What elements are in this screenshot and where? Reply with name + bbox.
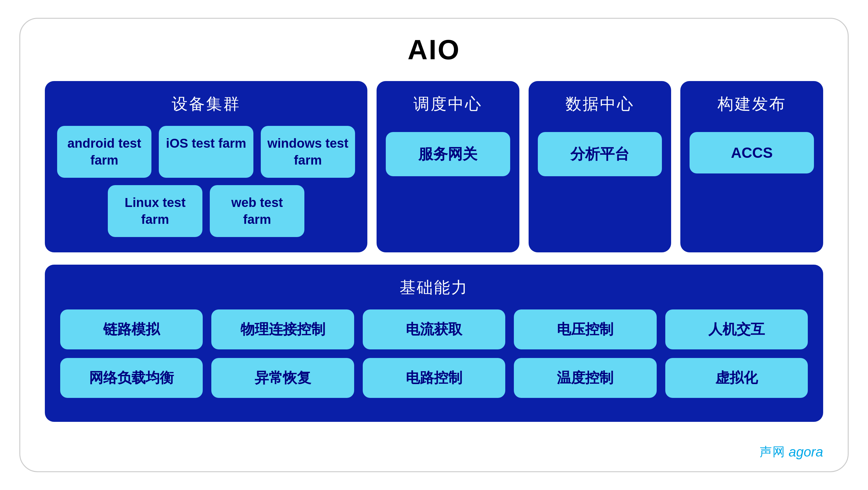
cap-2: 物理连接控制 [211, 309, 354, 349]
page-title: AIO [408, 34, 460, 66]
build-label: 构建发布 [717, 93, 786, 115]
farm-linux: Linux test farm [108, 185, 203, 237]
main-container: AIO 设备集群 android test farm iOS test farm… [19, 18, 849, 472]
schedule-label: 调度中心 [413, 93, 482, 115]
cap-7: 异常恢复 [211, 358, 354, 398]
farm-android: android test farm [57, 126, 151, 178]
datacenter-box: 数据中心 分析平台 [529, 81, 672, 252]
cap-3: 电流获取 [363, 309, 505, 349]
agora-name: agora [788, 444, 823, 460]
schedule-box: 调度中心 服务网关 [377, 81, 519, 252]
capability-row1: 链路模拟 物理连接控制 电流获取 电压控制 人机交互 [60, 309, 808, 349]
datacenter-label: 数据中心 [565, 93, 634, 115]
jichuneng-box: 基础能力 链路模拟 物理连接控制 电流获取 电压控制 人机交互 网络负载均衡 异… [45, 265, 823, 422]
cap-5: 人机交互 [665, 309, 808, 349]
right-boxes: 调度中心 服务网关 数据中心 分析平台 构建发布 ACCS [377, 81, 823, 252]
farm-web: web test farm [210, 185, 304, 237]
cap-6: 网络负载均衡 [60, 358, 203, 398]
farm-ios: iOS test farm [159, 126, 253, 178]
logo-area: 声网 agora [760, 443, 823, 460]
cap-4: 电压控制 [514, 309, 656, 349]
cap-8: 电路控制 [363, 358, 505, 398]
cap-10: 虚拟化 [665, 358, 808, 398]
jichuneng-label: 基础能力 [400, 277, 468, 298]
schedule-item: 服务网关 [386, 132, 510, 176]
build-item: ACCS [689, 132, 814, 173]
farm-grid-bottom: Linux test farm web test farm [108, 185, 304, 237]
brand-name: 声网 [760, 443, 785, 460]
top-section: 设备集群 android test farm iOS test farm win… [45, 81, 823, 252]
farm-windows: windows test farm [261, 126, 355, 178]
shebei-label: 设备集群 [172, 93, 241, 115]
farm-grid-top: android test farm iOS test farm windows … [57, 126, 355, 178]
cap-9: 温度控制 [514, 358, 656, 398]
datacenter-item: 分析平台 [538, 132, 662, 176]
capability-row2: 网络负载均衡 异常恢复 电路控制 温度控制 虚拟化 [60, 358, 808, 398]
shebei-box: 设备集群 android test farm iOS test farm win… [45, 81, 367, 252]
cap-1: 链路模拟 [60, 309, 203, 349]
build-box: 构建发布 ACCS [680, 81, 823, 252]
